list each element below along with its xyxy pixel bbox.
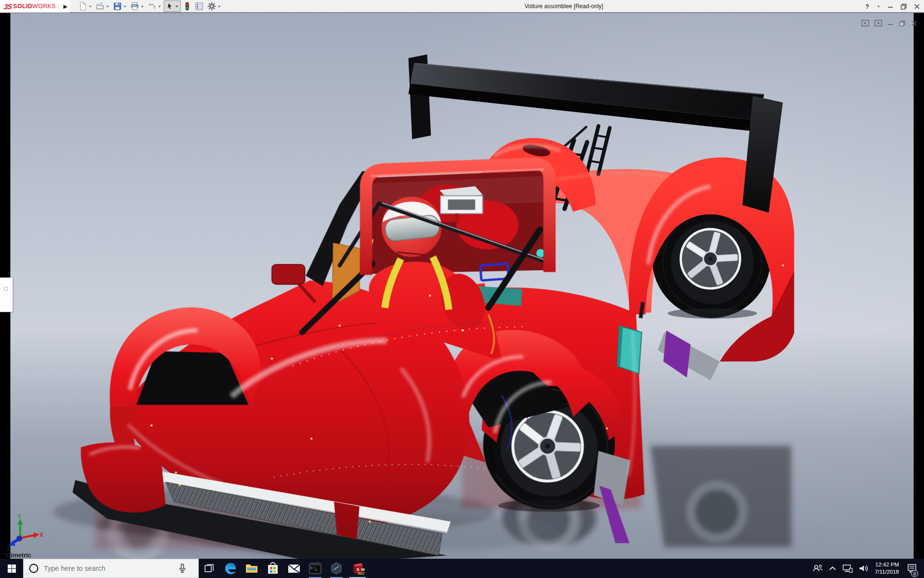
open-folder-icon bbox=[95, 1, 105, 11]
print-dropdown[interactable] bbox=[140, 4, 144, 8]
open-dropdown[interactable] bbox=[105, 4, 110, 8]
taskbar-mail[interactable] bbox=[283, 559, 305, 578]
new-document-button[interactable] bbox=[77, 0, 93, 12]
triad-x-label: X bbox=[39, 532, 43, 539]
solidworks-logo-text-bold: SOLID bbox=[13, 3, 32, 10]
save-button[interactable] bbox=[112, 0, 128, 12]
save-dropdown[interactable] bbox=[123, 4, 127, 8]
edge-icon bbox=[224, 562, 237, 575]
mail-icon bbox=[287, 563, 301, 574]
window-controls: ? bbox=[865, 0, 920, 13]
pane-back-button[interactable] bbox=[861, 20, 869, 26]
file-properties-button[interactable] bbox=[193, 0, 205, 12]
open-document-button[interactable] bbox=[94, 0, 111, 12]
select-cursor-icon bbox=[166, 2, 174, 11]
pane-forward-button[interactable] bbox=[874, 20, 882, 26]
solidworks-logo-text-light: WORKS bbox=[32, 3, 56, 10]
undo-dropdown[interactable] bbox=[157, 4, 162, 8]
action-center-button[interactable]: 2 bbox=[905, 559, 919, 578]
network-icon[interactable] bbox=[842, 564, 853, 573]
taskbar-hexagon-app[interactable] bbox=[326, 559, 347, 578]
doc-minimize-button[interactable] bbox=[887, 20, 894, 26]
graphics-viewport[interactable]: Y X Z *Dimetric bbox=[0, 13, 924, 559]
view-orientation-label: *Dimetric bbox=[4, 552, 31, 559]
triad-z-label: Z bbox=[7, 546, 10, 551]
minimize-button[interactable] bbox=[887, 3, 894, 10]
file-explorer-icon bbox=[245, 563, 258, 574]
options-button[interactable] bbox=[206, 0, 222, 12]
print-button[interactable] bbox=[129, 0, 145, 12]
hexagon-app-icon bbox=[330, 562, 343, 575]
clock-date: 7/11/2018 bbox=[875, 568, 899, 576]
document-window-controls bbox=[861, 20, 917, 26]
hidden-icons-chevron[interactable] bbox=[829, 566, 836, 571]
print-icon bbox=[130, 1, 140, 11]
help-dropdown[interactable] bbox=[876, 4, 881, 8]
rebuild-button[interactable] bbox=[182, 0, 192, 12]
taskbar-clock[interactable]: 12:42 PM 7/11/2018 bbox=[875, 561, 899, 576]
taskbar-store[interactable] bbox=[262, 559, 283, 578]
save-floppy-icon bbox=[113, 1, 122, 11]
volume-icon[interactable] bbox=[859, 564, 869, 573]
search-input[interactable] bbox=[44, 565, 179, 572]
doc-close-button[interactable] bbox=[911, 20, 917, 26]
close-button[interactable] bbox=[914, 3, 920, 10]
taskbar-search[interactable] bbox=[23, 559, 199, 578]
traffic-light-icon bbox=[183, 1, 192, 11]
select-dropdown[interactable] bbox=[175, 4, 179, 8]
orientation-triad: Y X Z bbox=[3, 513, 44, 551]
windows-logo-icon bbox=[8, 565, 16, 573]
people-icon[interactable] bbox=[812, 564, 823, 573]
undo-button[interactable] bbox=[146, 0, 163, 12]
options-dropdown[interactable] bbox=[217, 4, 221, 8]
doc-restore-button[interactable] bbox=[899, 20, 906, 26]
system-tray: 12:42 PM 7/11/2018 2 bbox=[812, 559, 924, 578]
help-button[interactable]: ? bbox=[865, 3, 869, 10]
feature-manager-tab[interactable] bbox=[0, 277, 13, 312]
taskbar-file-explorer[interactable] bbox=[241, 559, 262, 578]
svg-text:2017: 2017 bbox=[358, 572, 365, 575]
quick-access-toolbar bbox=[77, 0, 222, 13]
pane-tab-arrow-icon bbox=[4, 287, 8, 291]
gear-icon bbox=[207, 1, 217, 11]
taskbar-command-prompt[interactable]: C:\ bbox=[305, 559, 326, 578]
solidworks-2017-icon: S W 2017 bbox=[350, 561, 365, 576]
taskbar-solidworks[interactable]: S W 2017 bbox=[347, 559, 368, 578]
solidworks-logo: 3S SOLIDWORKS bbox=[0, 0, 61, 13]
windows-taskbar: C:\ S W 2017 12:42 PM 7/11/2018 2 bbox=[0, 559, 924, 578]
task-view-button[interactable] bbox=[199, 559, 220, 578]
new-document-icon bbox=[78, 1, 88, 11]
properties-list-icon bbox=[194, 1, 204, 11]
store-icon bbox=[267, 562, 279, 575]
start-button[interactable] bbox=[0, 559, 23, 578]
triad-y-label: Y bbox=[17, 513, 21, 520]
taskbar-edge[interactable] bbox=[220, 559, 241, 578]
document-title: Voiture assomblee [Read-only] bbox=[525, 3, 603, 10]
notification-badge: 2 bbox=[911, 570, 918, 577]
title-bar: 3S SOLIDWORKS ▶ bbox=[0, 0, 924, 13]
undo-icon bbox=[147, 1, 157, 11]
solidworks-logo-mark: 3S bbox=[3, 2, 13, 11]
command-prompt-icon: C:\ bbox=[309, 563, 321, 574]
restore-button[interactable] bbox=[900, 3, 907, 10]
select-tool-button[interactable] bbox=[164, 0, 181, 12]
cortana-icon bbox=[28, 563, 39, 574]
microphone-icon[interactable] bbox=[179, 564, 186, 573]
new-document-dropdown[interactable] bbox=[88, 4, 92, 8]
task-view-icon bbox=[204, 563, 215, 574]
menu-expand-button[interactable]: ▶ bbox=[61, 0, 70, 13]
svg-text:C:\: C:\ bbox=[310, 566, 316, 570]
3d-model-view[interactable] bbox=[0, 13, 924, 559]
clock-time: 12:42 PM bbox=[875, 561, 899, 568]
